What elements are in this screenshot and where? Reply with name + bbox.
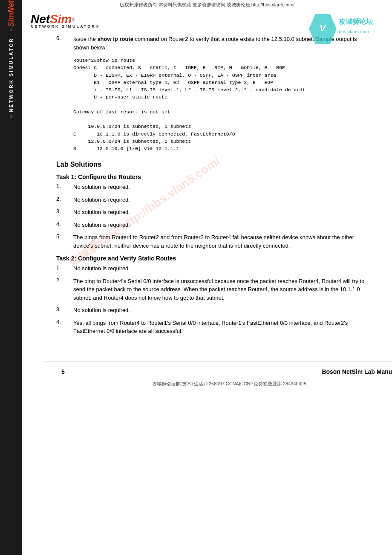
task1-item-4: 4. No solution is required. [56, 221, 366, 229]
task1-item-5: 5. The pings from Router4 to Router2 and… [56, 233, 366, 250]
task2-item-4-num: 4. [56, 319, 73, 335]
sidebar-vertical-label: NETWORK SIMULATOR [9, 38, 14, 112]
task1-item-5-num: 5. [56, 233, 73, 250]
svg-text:V: V [320, 23, 327, 33]
task2-item-3-num: 3. [56, 306, 73, 315]
footer-title: Boson NetSim Lab Manual [322, 368, 392, 375]
task1-item-4-num: 4. [56, 221, 73, 229]
task1-item-2: 2. No solution is required. [56, 196, 366, 204]
task2-header: Task 2: Configure and Verify Static Rout… [56, 255, 366, 262]
content-area: 6. Issue the show ip route command on Ro… [22, 31, 392, 348]
step-6-number: 6. [56, 35, 73, 52]
sidebar: N Net Sim ® NETWORK SIMULATOR ® [0, 0, 22, 555]
header-area: NetSim® NETWORK SIMULATOR® V 5 攻城狮论坛 bbs… [22, 10, 392, 29]
task1-item-1: 1. No solution is required. [56, 183, 366, 191]
task1-item-1-num: 1. [56, 183, 73, 191]
task2-item-4: 4. Yes, all pings from Router4 to Router… [56, 319, 366, 335]
svg-text:攻城狮论坛: 攻城狮论坛 [338, 18, 373, 25]
bottom-watermark: 攻城狮论坛群(技术+生活) 2258097 CCNA|CCNP免费答疑题库 28… [44, 378, 392, 390]
sidebar-reg-mark: ® [10, 114, 13, 119]
svg-text:bbs.vlan5.com: bbs.vlan5.com [339, 29, 369, 34]
task2-item-1-text: No solution is required. [73, 264, 130, 273]
task2-item-3-text: No solution is required. [73, 306, 130, 315]
watermark-overlay: V 5 攻城狮论坛 bbs.vlan5.com [298, 12, 383, 46]
task2-item-2: 2. The ping to Router4's Serial 0/0 inte… [56, 277, 366, 302]
logo-area: NetSim® NETWORK SIMULATOR® [31, 12, 100, 29]
task2-item-1: 1. No solution is required. [56, 264, 366, 273]
task1-item-2-text: No solution is required. [73, 196, 130, 204]
top-watermark: 版权归原作者所有 本资料只供试读 更多资源请访问 攻城狮论坛 http://bb… [22, 0, 392, 10]
task2-item-2-num: 2. [56, 277, 73, 302]
task1-item-3-text: No solution is required. [73, 208, 130, 217]
task1-item-3: 3. No solution is required. [56, 208, 366, 217]
task1-item-4-text: No solution is required. [73, 221, 130, 229]
step-6-command: show ip route [97, 36, 133, 42]
logo-subtitle: NETWORK SIMULATOR® [31, 24, 100, 29]
task2-item-4-text: Yes, all pings from Router4 to Router1's… [73, 319, 366, 335]
task1-item-1-text: No solution is required. [73, 183, 130, 191]
main-content: 版权归原作者所有 本资料只供试读 更多资源请访问 攻城狮论坛 http://bb… [22, 0, 392, 394]
task1-item-2-num: 2. [56, 196, 73, 204]
task2-item-3: 3. No solution is required. [56, 306, 366, 315]
task1-header: Task 1: Configure the Routers [56, 173, 366, 180]
task1-items: 1. No solution is required. 2. No soluti… [56, 183, 366, 250]
task1-item-3-num: 3. [56, 208, 73, 217]
svg-text:5: 5 [329, 22, 332, 28]
logo-reg: ® [72, 17, 75, 22]
sidebar-logo: N Net Sim ® [1, 3, 21, 29]
code-block: Router2#show ip route Codes: C - connect… [73, 57, 366, 152]
task1-item-5-text: The pings from Router4 to Router2 and fr… [73, 233, 366, 250]
footer-page: 5 [61, 368, 65, 375]
task2-item-1-num: 1. [56, 264, 73, 273]
sidebar-reg: ® [10, 28, 12, 32]
task2-item-2-text: The ping to Router4's Serial 0/0 interfa… [73, 277, 366, 302]
task2-items: 1. No solution is required. 2. The ping … [56, 264, 366, 335]
lab-solutions-header: Lab Solutions [56, 161, 366, 168]
